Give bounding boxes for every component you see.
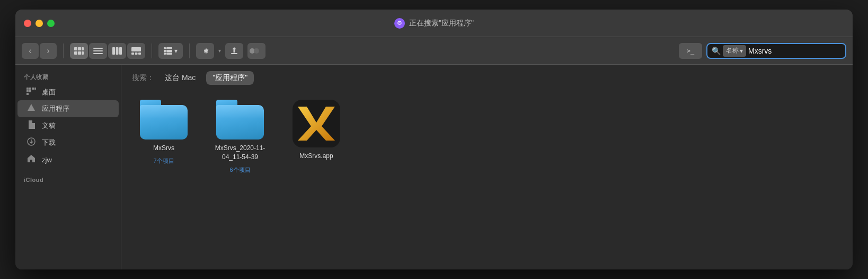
search-label: 搜索：	[132, 73, 154, 83]
share-button[interactable]	[225, 43, 243, 59]
settings-button[interactable]	[196, 43, 214, 59]
search-bar[interactable]: 🔍 名称 ▾	[706, 43, 846, 59]
sidebar-item-label: 下载	[42, 138, 56, 147]
svg-rect-4	[78, 51, 81, 55]
svg-rect-2	[82, 47, 84, 50]
main-content: 个人收藏 桌面 应用程序	[15, 65, 853, 269]
minimize-button[interactable]	[36, 20, 43, 27]
view-icon-button[interactable]	[70, 43, 88, 59]
view-column-button[interactable]	[108, 43, 126, 59]
file-item-mxsrvs-backup[interactable]: MxSrvs_2020-11-04_11-54-39 6个项目	[208, 95, 272, 178]
applications-icon	[26, 103, 37, 114]
sidebar-item-documents[interactable]: 文稿	[17, 117, 119, 134]
folder-icon-mxsrvs-backup	[216, 100, 264, 140]
sidebar-section-favorites: 个人收藏	[15, 71, 121, 84]
chevron-down-icon: ▾	[174, 47, 178, 55]
svg-rect-15	[138, 53, 141, 55]
mxsrvs-x-logo	[295, 102, 338, 145]
svg-rect-29	[26, 90, 29, 92]
svg-rect-11	[119, 47, 122, 55]
titlebar: ⚙ 正在搜索"应用程序"	[15, 10, 853, 37]
search-icon: 🔍	[712, 47, 721, 55]
svg-rect-28	[34, 88, 36, 90]
svg-rect-12	[131, 47, 141, 51]
svg-rect-14	[135, 53, 138, 55]
svg-rect-13	[131, 53, 134, 55]
svg-rect-6	[93, 48, 103, 49]
svg-rect-1	[78, 47, 81, 50]
sidebar-item-zjw[interactable]: zjw	[17, 151, 119, 168]
svg-rect-21	[166, 53, 172, 55]
file-count-mxsrvs: 7个项目	[153, 157, 174, 165]
terminal-button[interactable]: >_	[679, 43, 702, 59]
nav-buttons: ‹ ›	[22, 43, 57, 59]
title-icon: ⚙	[394, 18, 405, 29]
forward-button[interactable]: ›	[40, 43, 57, 59]
view-list-button[interactable]	[89, 43, 107, 59]
svg-rect-17	[166, 47, 172, 49]
folder-body-backup	[216, 105, 264, 140]
folder-icon-mxsrvs	[140, 100, 188, 140]
sidebar-item-applications[interactable]: 应用程序	[17, 100, 119, 117]
breadcrumb-this-mac[interactable]: 这台 Mac	[160, 71, 201, 85]
chevron-down-icon-2: ▾	[218, 48, 221, 54]
separator-2	[152, 43, 152, 58]
svg-rect-30	[29, 90, 31, 92]
title-area: ⚙ 正在搜索"应用程序"	[394, 18, 474, 29]
svg-rect-16	[164, 47, 166, 49]
close-button[interactable]	[24, 20, 31, 27]
svg-marker-34	[298, 107, 335, 141]
svg-rect-5	[82, 51, 84, 55]
svg-rect-25	[26, 88, 29, 90]
file-area: 搜索： 这台 Mac "应用程序" MxSrvs 7个项目	[121, 65, 853, 269]
svg-rect-0	[74, 47, 77, 50]
back-button[interactable]: ‹	[22, 43, 39, 59]
window-title: 正在搜索"应用程序"	[409, 19, 474, 28]
group-button[interactable]: ▾	[158, 43, 183, 59]
file-item-mxsrvs-app[interactable]: MxSrvs.app	[285, 95, 348, 165]
view-buttons	[70, 43, 145, 59]
svg-marker-32	[28, 104, 35, 111]
maximize-button[interactable]	[47, 20, 55, 27]
sidebar-item-desktop[interactable]: 桌面	[17, 84, 119, 100]
sidebar-section-icloud: iCloud	[15, 175, 121, 186]
documents-icon	[26, 120, 37, 131]
tag-button[interactable]	[247, 43, 265, 59]
sidebar-item-label: zjw	[42, 156, 52, 164]
separator-3	[189, 43, 190, 58]
svg-rect-26	[29, 88, 31, 90]
svg-rect-7	[93, 50, 103, 51]
view-gallery-button[interactable]	[127, 43, 145, 59]
search-filter-button[interactable]: 名称 ▾	[723, 45, 746, 57]
svg-rect-27	[32, 88, 34, 90]
file-item-mxsrvs[interactable]: MxSrvs 7个项目	[132, 95, 196, 169]
svg-rect-20	[164, 53, 166, 55]
sidebar-item-downloads[interactable]: 下载	[17, 134, 119, 151]
svg-rect-18	[164, 50, 166, 52]
filter-chevron-icon: ▾	[740, 47, 743, 55]
breadcrumb-applications[interactable]: "应用程序"	[206, 71, 254, 85]
downloads-icon	[26, 137, 37, 148]
toolbar: ‹ ›	[15, 37, 853, 65]
desktop-icon	[26, 88, 37, 97]
svg-point-24	[254, 48, 259, 54]
folder-body	[140, 105, 188, 140]
svg-rect-3	[74, 51, 77, 55]
separator-1	[63, 43, 64, 58]
search-input[interactable]	[748, 47, 841, 55]
traffic-lights	[24, 20, 55, 27]
file-name-mxsrvs: MxSrvs	[153, 144, 174, 153]
files-grid: MxSrvs 7个项目 MxSrvs_2020-11-04_11-54-39 6…	[132, 95, 842, 178]
svg-rect-10	[116, 47, 119, 55]
sidebar-item-label: 应用程序	[42, 104, 69, 114]
search-breadcrumb: 搜索： 这台 Mac "应用程序"	[132, 71, 842, 85]
file-name-mxsrvs-app: MxSrvs.app	[299, 152, 333, 161]
svg-rect-31	[26, 93, 29, 95]
finder-window: ⚙ 正在搜索"应用程序" ‹ ›	[15, 10, 853, 269]
sidebar-item-label: 文稿	[42, 121, 56, 130]
file-count-mxsrvs-backup: 6个项目	[229, 166, 250, 174]
home-icon	[26, 154, 37, 165]
sidebar-item-label: 桌面	[42, 88, 56, 97]
app-icon-mxsrvs	[293, 100, 340, 147]
svg-rect-22	[231, 53, 237, 54]
